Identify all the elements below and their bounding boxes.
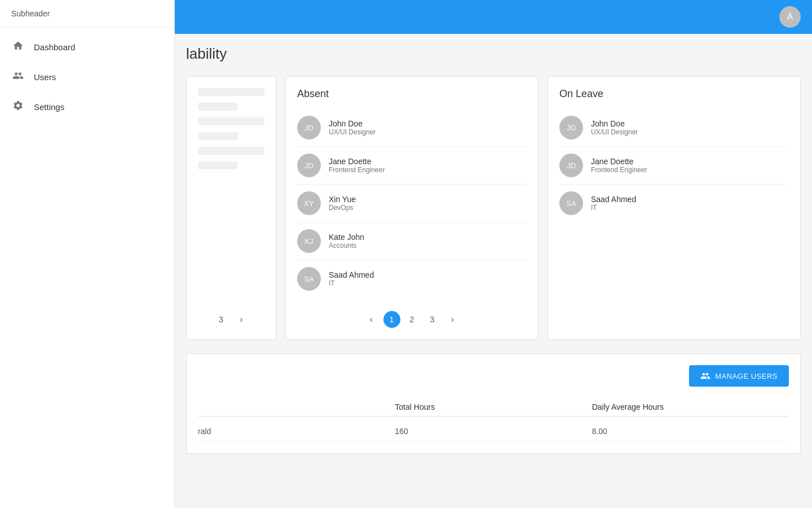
table-cell-daily-avg: 8.00 — [592, 427, 789, 436]
absent-person-item: KJ Kate John Accounts — [297, 222, 527, 260]
sidebar-nav: Dashboard Users Settings — [0, 28, 174, 126]
sidebar: Subheader Dashboard Users Settings — [0, 0, 175, 508]
person-info: Jane Doette Frontend Engineer — [591, 157, 647, 174]
person-name: Kate John — [329, 233, 364, 242]
person-info: Saad Ahmed IT — [329, 270, 374, 287]
bottom-actions: MANAGE USERS — [198, 365, 789, 387]
person-info: John Doe UX/UI Designer — [329, 119, 376, 136]
left-page-3[interactable]: 3 — [213, 311, 230, 328]
absent-page-2[interactable]: 2 — [404, 311, 421, 328]
absent-card: Absent JD John Doe UX/UI Designer JD Jan… — [285, 76, 539, 340]
sidebar-item-settings[interactable]: Settings — [0, 92, 174, 122]
person-role: Accounts — [329, 242, 364, 249]
content-area: lability 3 › Absent — [175, 34, 812, 508]
on-leave-card-title: On Leave — [559, 88, 789, 100]
table-row: rald 160 8.00 — [198, 421, 789, 442]
person-avatar: JD — [297, 116, 321, 139]
absent-card-title: Absent — [297, 88, 527, 100]
sidebar-item-label-settings: Settings — [34, 102, 64, 112]
absent-next[interactable]: › — [444, 311, 461, 328]
absent-person-item: JD Jane Doette Frontend Engineer — [297, 147, 527, 185]
person-role: Frontend Engineer — [591, 166, 647, 174]
person-role: UX/UI Designer — [591, 128, 638, 136]
on-leave-person-item: JD John Doe UX/UI Designer — [559, 109, 789, 147]
manage-users-icon — [700, 371, 710, 381]
absent-page-1[interactable]: 1 — [383, 311, 400, 328]
person-name: Saad Ahmed — [591, 195, 636, 204]
cards-row: 3 › Absent JD John Doe UX/UI Designer JD… — [186, 76, 801, 340]
person-name: Xin Yue — [329, 195, 356, 204]
on-leave-card: On Leave JD John Doe UX/UI Designer JD J… — [548, 76, 801, 340]
person-avatar: KJ — [297, 229, 321, 253]
bottom-section: MANAGE USERS Total Hours Daily Average H… — [186, 353, 801, 454]
manage-users-button[interactable]: MANAGE USERS — [689, 365, 789, 387]
placeholder-3 — [198, 117, 264, 125]
sidebar-subheader: Subheader — [0, 0, 174, 28]
person-role: DevOps — [329, 204, 356, 212]
person-avatar: JD — [559, 154, 583, 177]
person-name: John Doe — [591, 119, 638, 128]
person-role: UX/UI Designer — [329, 128, 376, 136]
person-avatar: XY — [297, 191, 321, 215]
absent-person-item: JD John Doe UX/UI Designer — [297, 109, 527, 147]
placeholder-4 — [198, 132, 238, 140]
absent-person-list: JD John Doe UX/UI Designer JD Jane Doett… — [297, 109, 527, 297]
placeholder-6 — [198, 161, 238, 169]
person-info: Xin Yue DevOps — [329, 195, 356, 212]
absent-prev[interactable]: ‹ — [363, 311, 380, 328]
person-role: Frontend Engineer — [329, 166, 385, 174]
person-avatar: JD — [559, 116, 583, 139]
placeholder-2 — [198, 103, 238, 111]
person-name: Jane Doette — [329, 157, 385, 166]
left-card: 3 › — [186, 76, 276, 340]
table-header-name — [198, 402, 395, 411]
on-leave-person-item: SA Saad Ahmed IT — [559, 185, 789, 222]
page-title: lability — [186, 45, 801, 63]
sidebar-item-users[interactable]: Users — [0, 62, 174, 92]
person-name: Jane Doette — [591, 157, 647, 166]
person-info: John Doe UX/UI Designer — [591, 119, 638, 136]
sidebar-item-dashboard[interactable]: Dashboard — [0, 32, 174, 62]
user-avatar[interactable]: A — [779, 6, 801, 28]
person-avatar: SA — [297, 267, 321, 291]
topbar: A — [175, 0, 812, 34]
person-info: Kate John Accounts — [329, 233, 364, 249]
person-name: John Doe — [329, 119, 376, 128]
main-area: A lability 3 › Absent — [175, 0, 812, 508]
placeholder-1 — [198, 88, 264, 96]
absent-page-3[interactable]: 3 — [424, 311, 441, 328]
absent-person-item: XY Xin Yue DevOps — [297, 185, 527, 222]
left-page-next[interactable]: › — [233, 311, 250, 328]
left-card-pagination: 3 › — [198, 302, 264, 328]
on-leave-person-item: JD Jane Doette Frontend Engineer — [559, 147, 789, 185]
person-avatar: SA — [559, 191, 583, 215]
person-name: Saad Ahmed — [329, 270, 374, 279]
person-info: Saad Ahmed IT — [591, 195, 636, 212]
table-cell-name: rald — [198, 427, 395, 436]
absent-pagination: ‹ 1 2 3 › — [297, 306, 527, 328]
table-cell-total-hours: 160 — [395, 427, 592, 436]
users-icon — [11, 70, 25, 84]
sidebar-item-label-users: Users — [34, 72, 56, 82]
person-avatar: JD — [297, 154, 321, 177]
on-leave-person-list: JD John Doe UX/UI Designer JD Jane Doett… — [559, 109, 789, 328]
table-header-total-hours: Total Hours — [395, 402, 592, 411]
table-header-daily-avg: Daily Average Hours — [592, 402, 789, 411]
home-icon — [11, 40, 25, 54]
manage-users-label: MANAGE USERS — [715, 372, 778, 380]
placeholder-5 — [198, 147, 264, 155]
settings-icon — [11, 100, 25, 114]
absent-person-item: SA Saad Ahmed IT — [297, 260, 527, 297]
person-role: IT — [329, 279, 374, 287]
table-header: Total Hours Daily Average Hours — [198, 398, 789, 417]
person-info: Jane Doette Frontend Engineer — [329, 157, 385, 174]
sidebar-item-label-dashboard: Dashboard — [34, 42, 75, 52]
person-role: IT — [591, 204, 636, 212]
